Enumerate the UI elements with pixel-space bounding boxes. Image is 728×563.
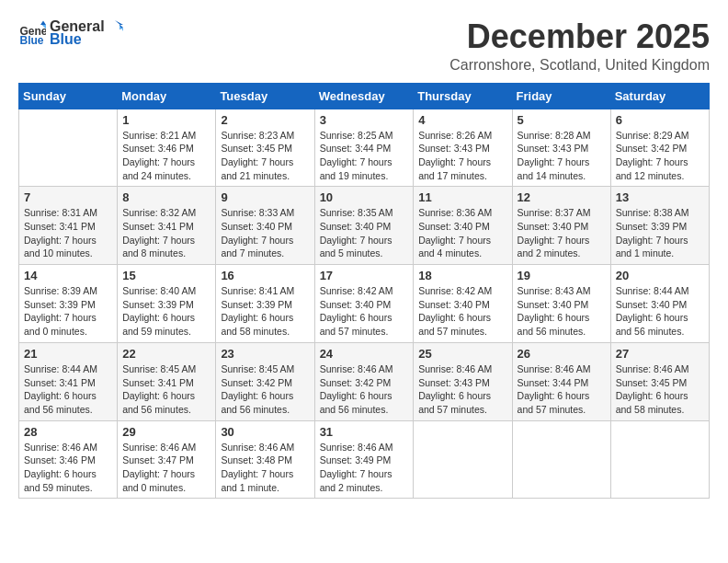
month-title: December 2025 [449, 18, 710, 55]
calendar-cell [512, 420, 610, 499]
day-content: Sunrise: 8:43 AMSunset: 3:40 PMDaylight:… [518, 284, 606, 339]
calendar-cell: 16Sunrise: 8:41 AMSunset: 3:39 PMDayligh… [216, 265, 314, 343]
calendar-cell: 3Sunrise: 8:25 AMSunset: 3:44 PMDaylight… [314, 109, 414, 187]
day-number: 13 [616, 190, 704, 204]
day-number: 26 [518, 347, 606, 361]
day-number: 21 [24, 347, 112, 361]
day-number: 10 [320, 190, 409, 204]
calendar-cell: 28Sunrise: 8:46 AMSunset: 3:46 PMDayligh… [19, 420, 118, 499]
calendar-cell: 30Sunrise: 8:46 AMSunset: 3:48 PMDayligh… [216, 420, 314, 499]
day-number: 22 [122, 347, 210, 361]
day-number: 27 [616, 347, 704, 361]
calendar-cell: 22Sunrise: 8:45 AMSunset: 3:41 PMDayligh… [118, 342, 216, 420]
header-thursday: Thursday [414, 83, 512, 109]
header-friday: Friday [512, 83, 610, 109]
day-content: Sunrise: 8:44 AMSunset: 3:40 PMDaylight:… [616, 284, 704, 339]
day-content: Sunrise: 8:38 AMSunset: 3:39 PMDaylight:… [616, 206, 704, 260]
calendar-cell: 26Sunrise: 8:46 AMSunset: 3:44 PMDayligh… [512, 342, 610, 420]
location-title: Carronshore, Scotland, United Kingdom [449, 57, 710, 74]
calendar-cell: 7Sunrise: 8:31 AMSunset: 3:41 PMDaylight… [19, 187, 118, 265]
calendar-cell: 10Sunrise: 8:35 AMSunset: 3:40 PMDayligh… [314, 187, 414, 265]
day-number: 18 [418, 269, 506, 282]
day-number: 19 [518, 269, 606, 282]
day-content: Sunrise: 8:25 AMSunset: 3:44 PMDaylight:… [320, 129, 409, 183]
day-number: 9 [221, 190, 309, 204]
svg-marker-2 [40, 21, 46, 26]
calendar-cell: 9Sunrise: 8:33 AMSunset: 3:40 PMDaylight… [216, 187, 314, 265]
calendar-week-row: 7Sunrise: 8:31 AMSunset: 3:41 PMDaylight… [19, 187, 710, 265]
calendar-cell: 15Sunrise: 8:40 AMSunset: 3:39 PMDayligh… [118, 265, 216, 343]
calendar-cell: 13Sunrise: 8:38 AMSunset: 3:39 PMDayligh… [610, 187, 709, 265]
day-number: 28 [24, 425, 112, 439]
day-content: Sunrise: 8:31 AMSunset: 3:41 PMDaylight:… [24, 206, 112, 260]
day-number: 8 [122, 190, 210, 204]
day-content: Sunrise: 8:39 AMSunset: 3:39 PMDaylight:… [24, 284, 112, 339]
calendar-cell: 24Sunrise: 8:46 AMSunset: 3:42 PMDayligh… [314, 342, 414, 420]
calendar-cell: 14Sunrise: 8:39 AMSunset: 3:39 PMDayligh… [19, 265, 118, 343]
day-number: 1 [122, 113, 210, 127]
day-content: Sunrise: 8:46 AMSunset: 3:43 PMDaylight:… [418, 362, 506, 417]
calendar-cell: 11Sunrise: 8:36 AMSunset: 3:40 PMDayligh… [414, 187, 512, 265]
logo: General Blue General Blue [18, 18, 123, 48]
calendar-week-row: 21Sunrise: 8:44 AMSunset: 3:41 PMDayligh… [19, 342, 710, 420]
day-content: Sunrise: 8:37 AMSunset: 3:40 PMDaylight:… [518, 206, 606, 260]
logo-bird-icon [107, 18, 123, 35]
calendar-cell [19, 109, 118, 187]
header-tuesday: Tuesday [216, 83, 314, 109]
calendar-week-row: 1Sunrise: 8:21 AMSunset: 3:46 PMDaylight… [19, 109, 710, 187]
calendar-cell: 6Sunrise: 8:29 AMSunset: 3:42 PMDaylight… [610, 109, 709, 187]
day-number: 14 [24, 269, 112, 282]
day-number: 20 [616, 269, 704, 282]
calendar-cell [610, 420, 709, 499]
day-content: Sunrise: 8:36 AMSunset: 3:40 PMDaylight:… [418, 206, 506, 260]
calendar-cell: 5Sunrise: 8:28 AMSunset: 3:43 PMDaylight… [512, 109, 610, 187]
svg-marker-4 [115, 20, 123, 29]
day-number: 4 [418, 113, 506, 127]
day-number: 23 [221, 347, 309, 361]
day-content: Sunrise: 8:41 AMSunset: 3:39 PMDaylight:… [221, 284, 309, 339]
day-number: 3 [320, 113, 409, 127]
calendar-week-row: 28Sunrise: 8:46 AMSunset: 3:46 PMDayligh… [19, 420, 710, 499]
day-content: Sunrise: 8:46 AMSunset: 3:47 PMDaylight:… [122, 441, 210, 495]
calendar-cell: 1Sunrise: 8:21 AMSunset: 3:46 PMDaylight… [118, 109, 216, 187]
day-number: 30 [221, 425, 309, 439]
calendar-cell: 17Sunrise: 8:42 AMSunset: 3:40 PMDayligh… [314, 265, 414, 343]
calendar-week-row: 14Sunrise: 8:39 AMSunset: 3:39 PMDayligh… [19, 265, 710, 343]
calendar-cell: 29Sunrise: 8:46 AMSunset: 3:47 PMDayligh… [118, 420, 216, 499]
day-content: Sunrise: 8:45 AMSunset: 3:41 PMDaylight:… [122, 362, 210, 417]
day-content: Sunrise: 8:40 AMSunset: 3:39 PMDaylight:… [122, 284, 210, 339]
header-sunday: Sunday [19, 83, 118, 109]
logo-icon: General Blue [18, 19, 46, 47]
calendar-cell: 25Sunrise: 8:46 AMSunset: 3:43 PMDayligh… [414, 342, 512, 420]
day-content: Sunrise: 8:28 AMSunset: 3:43 PMDaylight:… [518, 129, 606, 183]
calendar-cell: 21Sunrise: 8:44 AMSunset: 3:41 PMDayligh… [19, 342, 118, 420]
header-wednesday: Wednesday [314, 83, 414, 109]
day-number: 12 [518, 190, 606, 204]
day-content: Sunrise: 8:23 AMSunset: 3:45 PMDaylight:… [221, 129, 309, 183]
day-content: Sunrise: 8:46 AMSunset: 3:42 PMDaylight:… [320, 362, 409, 417]
day-number: 25 [418, 347, 506, 361]
day-number: 29 [122, 425, 210, 439]
day-number: 31 [320, 425, 409, 439]
svg-text:Blue: Blue [20, 34, 44, 47]
calendar-cell [414, 420, 512, 499]
day-content: Sunrise: 8:46 AMSunset: 3:46 PMDaylight:… [24, 441, 112, 495]
calendar-cell: 12Sunrise: 8:37 AMSunset: 3:40 PMDayligh… [512, 187, 610, 265]
calendar-cell: 27Sunrise: 8:46 AMSunset: 3:45 PMDayligh… [610, 342, 709, 420]
day-content: Sunrise: 8:35 AMSunset: 3:40 PMDaylight:… [320, 206, 409, 260]
day-number: 6 [616, 113, 704, 127]
day-number: 5 [518, 113, 606, 127]
day-content: Sunrise: 8:46 AMSunset: 3:45 PMDaylight:… [616, 362, 704, 417]
day-number: 7 [24, 190, 112, 204]
day-content: Sunrise: 8:29 AMSunset: 3:42 PMDaylight:… [616, 129, 704, 183]
day-content: Sunrise: 8:32 AMSunset: 3:41 PMDaylight:… [122, 206, 210, 260]
day-content: Sunrise: 8:46 AMSunset: 3:44 PMDaylight:… [518, 362, 606, 417]
day-content: Sunrise: 8:46 AMSunset: 3:48 PMDaylight:… [221, 441, 309, 495]
page-header: General Blue General Blue December 2025 … [18, 18, 710, 74]
calendar-cell: 18Sunrise: 8:42 AMSunset: 3:40 PMDayligh… [414, 265, 512, 343]
calendar-header-row: SundayMondayTuesdayWednesdayThursdayFrid… [19, 83, 710, 109]
day-content: Sunrise: 8:26 AMSunset: 3:43 PMDaylight:… [418, 129, 506, 183]
day-number: 15 [122, 269, 210, 282]
day-number: 16 [221, 269, 309, 282]
calendar-cell: 31Sunrise: 8:46 AMSunset: 3:49 PMDayligh… [314, 420, 414, 499]
